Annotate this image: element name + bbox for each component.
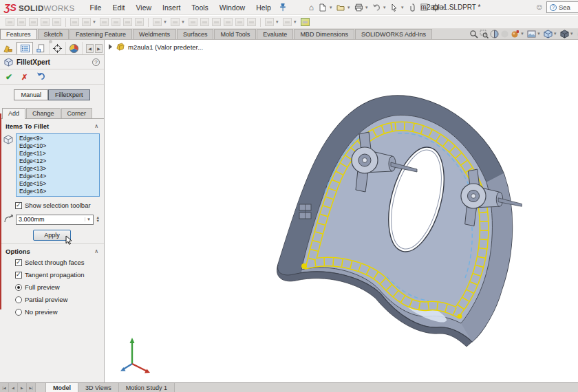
edge-list-item[interactable]: Edge<13>: [19, 165, 99, 173]
edge-list-item[interactable]: Edge<11>: [19, 150, 99, 157]
section-view-icon[interactable]: [489, 29, 500, 39]
edge-list-item[interactable]: Edge<9>: [19, 135, 99, 142]
menu-tools[interactable]: Tools: [186, 1, 214, 14]
subtab-change[interactable]: Change: [26, 108, 61, 118]
help-search-icon: ?: [550, 4, 557, 11]
filletxpert-mode-button[interactable]: FilletXpert: [48, 89, 90, 100]
apply-scene-icon[interactable]: [526, 29, 537, 39]
menu-edit[interactable]: Edit: [107, 1, 130, 14]
items-to-fillet-header[interactable]: Items To Fillet ∧: [0, 119, 104, 132]
menu-view[interactable]: View: [131, 1, 158, 14]
ok-button[interactable]: ✔: [6, 74, 12, 80]
feedback-smiley-icon[interactable]: ☺: [535, 2, 544, 12]
spin-down-icon[interactable]: ▼: [96, 219, 100, 223]
radius-value-combo[interactable]: 3.000mm ▼: [16, 215, 94, 225]
next-tab-icon[interactable]: ▶: [18, 383, 27, 392]
tangent-propagation-checkbox[interactable]: [15, 272, 22, 279]
tab-fastening-feature[interactable]: Fastening Feature: [69, 29, 132, 39]
dropdown-arrow-icon[interactable]: ▼: [347, 6, 351, 10]
flyout-feature-tree[interactable]: m2aula1 (Valor predeter...: [109, 43, 203, 51]
combo-dropdown-icon[interactable]: ▼: [85, 217, 93, 221]
tab-evaluate[interactable]: Evaluate: [257, 29, 293, 39]
flyout-part-label[interactable]: m2aula1 (Valor predeter...: [128, 43, 203, 51]
collapse-chevron-icon[interactable]: ∧: [94, 123, 98, 129]
manual-mode-button[interactable]: Manual: [14, 89, 48, 100]
open-document-icon[interactable]: [335, 1, 347, 13]
edit-appearance-icon[interactable]: [510, 29, 520, 39]
edge-list-item[interactable]: Edge<10>: [19, 142, 99, 150]
zoom-to-area-icon[interactable]: [479, 29, 489, 39]
panel-resize-handle[interactable]: [49, 40, 52, 43]
tab-mold-tools[interactable]: Mold Tools: [214, 29, 256, 39]
apply-button[interactable]: Apply: [33, 230, 71, 241]
no-preview-radio[interactable]: [15, 309, 22, 316]
edge-selection-listbox[interactable]: Edge<9> Edge<10> Edge<11> Edge<12> Edge<…: [16, 133, 100, 197]
left-edge-marker: [0, 113, 1, 309]
dropdown-arrow-icon[interactable]: ▼: [365, 6, 369, 10]
previous-view-icon[interactable]: [500, 29, 510, 39]
dropdown-arrow-icon[interactable]: ▼: [553, 32, 557, 36]
tab-features[interactable]: Features: [0, 29, 37, 39]
tab-property-manager[interactable]: [17, 42, 33, 54]
subtab-add[interactable]: Add: [2, 108, 25, 119]
zoom-to-fit-icon[interactable]: [469, 29, 479, 39]
tab-feature-tree[interactable]: [0, 42, 17, 54]
tab-sketch[interactable]: Sketch: [38, 29, 69, 39]
tab-mbd-dimensions[interactable]: MBD Dimensions: [294, 29, 354, 39]
tab-3d-views[interactable]: 3D Views: [78, 383, 119, 392]
prev-tab-icon[interactable]: ◀: [9, 383, 18, 392]
print-icon[interactable]: [353, 1, 365, 13]
disabled-tool-icon: [82, 18, 91, 26]
pin-menu-icon[interactable]: [279, 3, 286, 12]
undo-icon[interactable]: [371, 1, 383, 13]
part-model-3d[interactable]: [261, 89, 564, 364]
tab-solidworks-add-ins[interactable]: SOLIDWORKS Add-Ins: [355, 29, 432, 39]
menu-window[interactable]: Window: [214, 1, 250, 14]
dropdown-arrow-icon[interactable]: ▼: [570, 32, 574, 36]
tab-scroll-left-icon[interactable]: ◀: [86, 44, 94, 53]
partial-preview-radio[interactable]: [15, 296, 22, 303]
radius-spinner[interactable]: ▲▼: [96, 216, 100, 223]
full-preview-radio[interactable]: [15, 284, 22, 291]
edge-list-item[interactable]: Edge<14>: [19, 173, 99, 180]
tab-model[interactable]: Model: [45, 383, 78, 392]
menu-help[interactable]: Help: [250, 1, 277, 14]
graphics-viewport[interactable]: m2aula1 (Valor predeter...: [105, 40, 578, 382]
heads-up-view-toolbar: ▼ ▼ ▼ ▼ ▼ ▼: [469, 28, 578, 39]
dropdown-arrow-icon[interactable]: ▼: [520, 32, 524, 36]
search-box[interactable]: ? Sea: [546, 1, 578, 13]
select-through-faces-checkbox[interactable]: [15, 259, 22, 266]
tab-motion-study-1[interactable]: Motion Study 1: [119, 383, 175, 392]
first-tab-icon[interactable]: |◀: [0, 383, 9, 392]
edge-list-item[interactable]: Edge<15>: [19, 180, 99, 188]
show-selection-toolbar-checkbox[interactable]: [15, 202, 22, 209]
subtab-corner[interactable]: Corner: [61, 108, 93, 118]
tab-configuration-manager[interactable]: [33, 42, 50, 54]
last-tab-icon[interactable]: ▶|: [27, 383, 36, 392]
edge-list-item[interactable]: Edge<12>: [19, 157, 99, 165]
tab-weldments[interactable]: Weldments: [133, 29, 176, 39]
help-icon[interactable]: ?: [92, 58, 100, 66]
dropdown-arrow-icon[interactable]: ▼: [329, 6, 333, 10]
tab-dimxpert-manager[interactable]: [50, 42, 66, 54]
display-style-icon[interactable]: [559, 29, 570, 39]
menu-insert[interactable]: Insert: [157, 1, 186, 14]
part-icon: [116, 43, 125, 51]
tab-display-manager[interactable]: [66, 42, 83, 54]
collapse-chevron-icon[interactable]: ∧: [94, 248, 98, 254]
expand-arrow-icon[interactable]: [109, 44, 112, 50]
disabled-tool-icon: [153, 18, 162, 26]
options-header[interactable]: Options ∧: [0, 244, 104, 257]
disabled-tool-icon: [224, 18, 233, 26]
home-icon[interactable]: ⌂: [306, 1, 317, 13]
new-document-icon[interactable]: [317, 1, 329, 13]
undo-button[interactable]: [36, 72, 45, 81]
dropdown-arrow-icon[interactable]: ▼: [537, 32, 541, 36]
cancel-button[interactable]: ✗: [21, 74, 28, 80]
view-orientation-icon[interactable]: [543, 29, 553, 39]
edge-list-item[interactable]: Edge<16>: [19, 188, 99, 195]
menu-file[interactable]: File: [84, 1, 107, 14]
active-tool-icon[interactable]: [301, 18, 310, 26]
tab-surfaces[interactable]: Surfaces: [177, 29, 214, 39]
tab-scroll-right-icon[interactable]: ▶: [95, 44, 103, 53]
